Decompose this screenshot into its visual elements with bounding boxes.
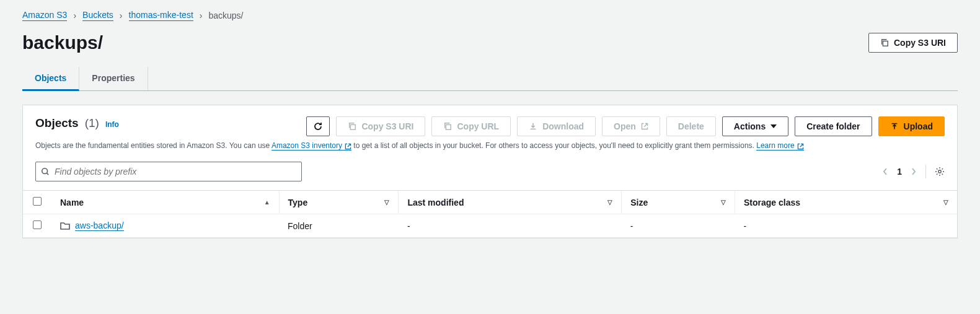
page-title: backups/: [22, 32, 103, 53]
settings-button[interactable]: [935, 167, 945, 177]
col-size[interactable]: Size ▽: [622, 191, 735, 214]
col-name[interactable]: Name ▲: [51, 191, 279, 214]
svg-rect-1: [351, 124, 356, 129]
chevron-right-icon: ›: [73, 11, 76, 20]
download-button[interactable]: Download: [517, 116, 596, 136]
copy-icon: [443, 122, 452, 131]
create-folder-button[interactable]: Create folder: [795, 116, 872, 136]
search-icon: [41, 167, 50, 176]
breadcrumb-link-s3[interactable]: Amazon S3: [22, 10, 67, 21]
filter-icon[interactable]: ▽: [607, 199, 612, 206]
actions-label: Actions: [734, 121, 766, 131]
breadcrumb-current: backups/: [208, 11, 243, 20]
download-label: Download: [542, 121, 584, 131]
cell-storage-class: -: [735, 214, 957, 238]
cell-type: Folder: [279, 214, 399, 238]
search-input[interactable]: [55, 167, 296, 177]
copy-url-label: Copy URL: [457, 121, 499, 131]
breadcrumb-link-buckets[interactable]: Buckets: [82, 10, 113, 21]
copy-s3-uri-button[interactable]: Copy S3 URI: [868, 33, 958, 53]
external-link-icon: [641, 123, 648, 130]
download-icon: [529, 122, 537, 131]
svg-point-3: [42, 168, 48, 174]
cell-last-modified: -: [399, 214, 622, 238]
create-folder-label: Create folder: [806, 121, 860, 131]
col-type[interactable]: Type ▽: [279, 191, 399, 214]
chevron-right-icon: ›: [200, 11, 203, 20]
col-last-modified[interactable]: Last modified ▽: [399, 191, 622, 214]
page-number: 1: [897, 167, 902, 177]
row-checkbox[interactable]: [33, 220, 42, 229]
objects-table: Name ▲ Type ▽ Last modified ▽: [23, 190, 957, 238]
copy-s3-uri-action-label: Copy S3 URI: [361, 121, 413, 131]
cell-size: -: [622, 214, 735, 238]
divider: [925, 165, 926, 178]
filter-icon[interactable]: ▽: [943, 199, 948, 206]
search-box[interactable]: [35, 162, 302, 181]
tabs: Objects Properties: [22, 67, 958, 91]
col-storage-class[interactable]: Storage class ▽: [735, 191, 957, 214]
pagination: 1: [882, 165, 945, 178]
delete-label: Delete: [678, 121, 704, 131]
inventory-link[interactable]: Amazon S3 inventory: [271, 141, 351, 150]
folder-icon: [60, 222, 70, 230]
objects-panel: Objects (1) Info Copy S3 URI: [22, 105, 958, 238]
breadcrumb-link-bucket-name[interactable]: thomas-mke-test: [129, 10, 193, 21]
prev-page-button[interactable]: [882, 167, 888, 176]
next-page-button[interactable]: [911, 167, 917, 176]
upload-icon: [890, 122, 899, 131]
tab-objects[interactable]: Objects: [22, 67, 79, 91]
panel-description: Objects are the fundamental entities sto…: [23, 140, 957, 152]
object-name-link[interactable]: aws-backup/: [75, 220, 124, 231]
svg-point-4: [938, 170, 941, 173]
upload-button[interactable]: Upload: [878, 116, 945, 136]
upload-label: Upload: [904, 121, 933, 131]
copy-url-button[interactable]: Copy URL: [431, 116, 511, 136]
svg-rect-2: [446, 124, 451, 129]
actions-dropdown-button[interactable]: Actions: [722, 116, 788, 136]
svg-rect-0: [883, 41, 888, 46]
filter-icon[interactable]: ▽: [721, 199, 726, 206]
refresh-icon: [313, 121, 323, 131]
sort-asc-icon[interactable]: ▲: [264, 199, 270, 206]
info-link[interactable]: Info: [105, 120, 119, 129]
open-label: Open: [614, 121, 636, 131]
refresh-button[interactable]: [306, 116, 330, 136]
filter-icon[interactable]: ▽: [384, 199, 389, 206]
learn-more-link[interactable]: Learn more: [756, 141, 803, 150]
breadcrumb: Amazon S3 › Buckets › thomas-mke-test › …: [22, 10, 958, 21]
panel-title: Objects: [35, 116, 79, 130]
copy-s3-uri-label: Copy S3 URI: [894, 38, 946, 48]
table-row: aws-backup/ Folder - - -: [23, 214, 957, 238]
open-button[interactable]: Open: [602, 116, 660, 136]
panel-count: (1): [85, 116, 99, 130]
external-link-icon: [345, 143, 351, 150]
tab-properties[interactable]: Properties: [79, 67, 148, 90]
select-all-checkbox[interactable]: [33, 197, 42, 206]
caret-down-icon: [770, 123, 777, 129]
delete-button[interactable]: Delete: [666, 116, 716, 136]
copy-icon: [348, 122, 356, 131]
copy-s3-uri-action-button[interactable]: Copy S3 URI: [336, 116, 425, 136]
copy-icon: [880, 38, 889, 47]
external-link-icon: [797, 143, 804, 150]
chevron-right-icon: ›: [120, 11, 123, 20]
